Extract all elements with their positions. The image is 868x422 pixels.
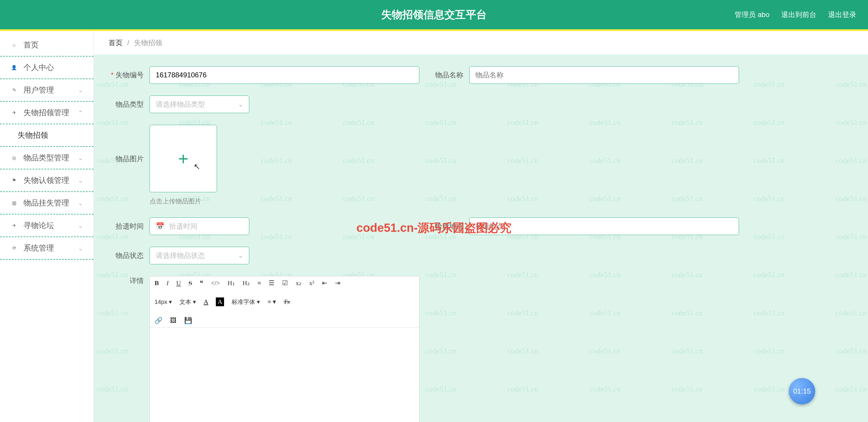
breadcrumb-sep: / — [127, 39, 129, 47]
sidebar-item-type-mgmt[interactable]: ◎ 物品类型管理 ⌄ — [0, 147, 94, 169]
sidebar-item-label: 个人中心 — [24, 62, 54, 73]
sidebar-item-label: 失物招领管理 — [24, 107, 69, 118]
form-area: 失物编号 物品名称 物品类型 请选择物品类型 ⌄ — [94, 55, 868, 422]
tasklist-button[interactable]: ☑ — [282, 279, 288, 287]
sidebar-item-label: 用户管理 — [24, 85, 54, 95]
sidebar: ⌂ 首页 👤 个人中心 ✎ 用户管理 ⌄ ✈ 失物招领管理 ⌃ 失物招领 ◎ 物… — [0, 31, 94, 422]
label-item-type: 物品类型 — [105, 100, 144, 109]
chevron-down-icon: ⌄ — [78, 222, 83, 229]
sidebar-item-label: 系统管理 — [24, 243, 54, 253]
superscript-button[interactable]: x² — [309, 279, 314, 287]
insert-image-button[interactable]: 🖼 — [170, 317, 177, 324]
sidebar-item-label: 物品挂失管理 — [24, 198, 69, 208]
link-button[interactable]: 🔗 — [155, 317, 162, 324]
chevron-down-icon: ⌄ — [78, 155, 83, 161]
chevron-down-icon: ⌄ — [238, 252, 243, 259]
sidebar-sub-label: 失物招领 — [18, 131, 48, 139]
chevron-down-icon: ⌄ — [238, 101, 243, 108]
tag-icon: ◎ — [10, 155, 18, 161]
sidebar-item-label: 首页 — [24, 40, 39, 50]
input-pickup-time[interactable]: 📅 拾遗时间 — [150, 218, 249, 235]
home-icon: ⌂ — [10, 42, 18, 48]
input-item-name[interactable] — [469, 66, 739, 84]
italic-button[interactable]: I — [166, 279, 168, 287]
time-badge[interactable]: 01:15 — [789, 378, 815, 404]
sidebar-item-lost-report-mgmt[interactable]: ▥ 物品挂失管理 ⌄ — [0, 192, 94, 215]
edit-icon: ✎ — [10, 87, 18, 94]
subscript-button[interactable]: x₂ — [296, 279, 302, 287]
app-header: 失物招领信息交互平台 管理员 abo 退出到前台 退出登录 — [0, 0, 868, 29]
save-editor-button[interactable]: 💾 — [184, 317, 192, 324]
breadcrumb-current: 失物招领 — [134, 38, 162, 47]
bg-color-button[interactable]: A — [216, 297, 224, 306]
h2-button[interactable]: H₂ — [243, 279, 250, 287]
date-placeholder: 拾遗时间 — [169, 222, 197, 231]
sidebar-item-claim-mgmt[interactable]: ⚑ 失物认领管理 ⌄ — [0, 169, 94, 192]
label-item-image: 物品图片 — [105, 154, 144, 164]
chevron-down-icon: ⌄ — [78, 200, 83, 206]
editor-toolbar: B I U S ❝ </> H₁ H₂ ≡ ☰ ☑ x₂ x² — [150, 277, 419, 328]
app-title: 失物招领信息交互平台 — [381, 8, 487, 22]
label-lost-id: 失物编号 — [105, 70, 144, 80]
input-pickup-place[interactable] — [469, 218, 739, 235]
user-icon: 👤 — [10, 64, 18, 71]
select-placeholder: 请选择物品状态 — [156, 251, 205, 260]
bold-button[interactable]: B — [155, 279, 159, 287]
exit-front-button[interactable]: 退出到前台 — [781, 10, 816, 19]
refresh-icon: ⟳ — [10, 245, 18, 252]
label-pickup-place: 拾遗地点 — [425, 222, 463, 231]
header-right: 管理员 abo 退出到前台 退出登录 — [735, 10, 856, 19]
editor-body[interactable] — [150, 328, 419, 422]
plus-icon: + — [178, 149, 188, 169]
sidebar-item-profile[interactable]: 👤 个人中心 — [0, 57, 94, 79]
quote-button[interactable]: ❝ — [200, 279, 203, 287]
list-ul-button[interactable]: ☰ — [269, 279, 275, 287]
input-lost-id[interactable] — [150, 66, 419, 84]
admin-label[interactable]: 管理员 abo — [735, 10, 770, 19]
breadcrumb-home[interactable]: 首页 — [108, 38, 123, 47]
label-detail: 详情 — [105, 276, 144, 286]
plane-icon: ✈ — [10, 109, 18, 116]
exit-login-button[interactable]: 退出登录 — [828, 10, 856, 19]
rich-text-editor: B I U S ❝ </> H₁ H₂ ≡ ☰ ☑ x₂ x² — [150, 276, 419, 422]
sidebar-item-home[interactable]: ⌂ 首页 — [0, 34, 94, 57]
strike-button[interactable]: S — [189, 279, 192, 287]
sidebar-item-forum[interactable]: ✈ 寻物论坛 ⌄ — [0, 215, 94, 237]
list-ol-button[interactable]: ≡ — [257, 279, 261, 287]
chevron-down-icon: ⌄ — [78, 177, 83, 184]
sidebar-item-system-mgmt[interactable]: ⟳ 系统管理 ⌄ — [0, 237, 94, 260]
sidebar-item-lost-found-mgmt[interactable]: ✈ 失物招领管理 ⌃ — [0, 102, 94, 124]
label-item-status: 物品状态 — [105, 251, 144, 260]
chevron-down-icon: ⌄ — [78, 87, 83, 94]
chevron-up-icon: ⌃ — [78, 109, 83, 116]
breadcrumb: 首页 / 失物招领 — [94, 31, 868, 55]
upload-image-button[interactable]: + — [150, 125, 217, 192]
label-pickup-time: 拾遗时间 — [105, 222, 144, 231]
upload-hint: 点击上传物品图片 — [150, 197, 217, 206]
align-button[interactable]: ≡ ▾ — [268, 298, 276, 306]
heading-select[interactable]: 文本 ▾ — [180, 298, 196, 306]
label-item-name: 物品名称 — [425, 70, 463, 80]
indent-in-button[interactable]: ⇥ — [335, 279, 340, 287]
font-color-button[interactable]: A — [204, 298, 208, 306]
sidebar-item-user-mgmt[interactable]: ✎ 用户管理 ⌄ — [0, 79, 94, 102]
clear-format-button[interactable]: Tx — [284, 298, 290, 306]
select-item-status[interactable]: 请选择物品状态 ⌄ — [150, 247, 249, 264]
calendar-icon: 📅 — [156, 222, 164, 230]
indent-out-button[interactable]: ⇤ — [322, 279, 327, 287]
plane-icon: ✈ — [10, 222, 18, 229]
chart-icon: ▥ — [10, 200, 18, 206]
select-item-type[interactable]: 请选择物品类型 ⌄ — [150, 96, 249, 113]
underline-button[interactable]: U — [176, 279, 181, 287]
font-family-select[interactable]: 标准字体 ▾ — [232, 298, 260, 306]
sidebar-item-label: 失物认领管理 — [24, 175, 69, 186]
flag-icon: ⚑ — [10, 177, 18, 184]
code-button[interactable]: </> — [211, 279, 220, 287]
main-content: 首页 / 失物招领 失物编号 物品名称 物品类型 请选择物品类型 — [94, 31, 868, 422]
sidebar-item-label: 寻物论坛 — [24, 220, 54, 231]
sidebar-item-label: 物品类型管理 — [24, 153, 69, 163]
sidebar-sub-lost-found[interactable]: 失物招领 — [0, 124, 94, 147]
h1-button[interactable]: H₁ — [227, 279, 235, 287]
font-size-select[interactable]: 14px ▾ — [155, 298, 172, 305]
select-placeholder: 请选择物品类型 — [156, 100, 205, 109]
